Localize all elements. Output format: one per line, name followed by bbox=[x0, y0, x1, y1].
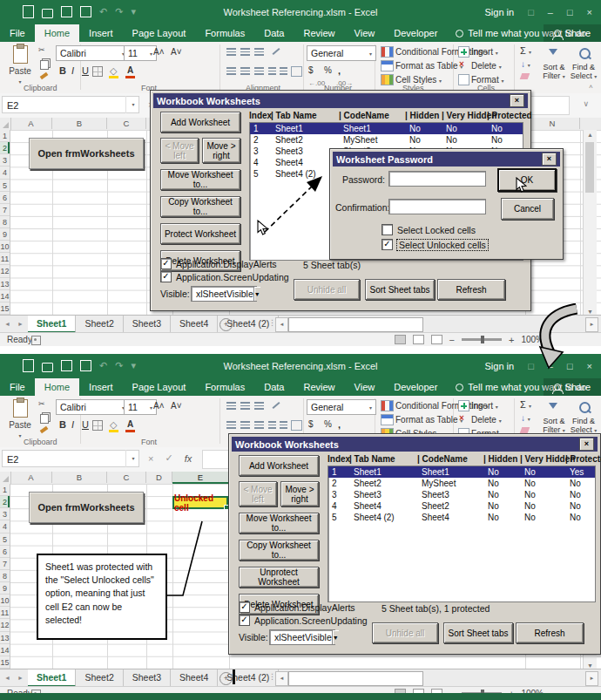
tab-view[interactable]: View bbox=[345, 24, 385, 42]
ok-button[interactable]: OK bbox=[497, 168, 557, 192]
dialog-title-bar[interactable]: Workbook Worksheets× bbox=[232, 437, 598, 452]
row-header[interactable]: 13 bbox=[0, 632, 10, 644]
column-header-a[interactable]: A bbox=[10, 472, 52, 483]
row-header[interactable]: 11 bbox=[0, 253, 10, 265]
refresh-button[interactable]: Refresh bbox=[437, 279, 505, 300]
expand-formula-bar-icon[interactable]: ∨ bbox=[583, 99, 589, 108]
vertical-scrollbar[interactable]: ▲ ▼ bbox=[583, 130, 597, 315]
name-box[interactable]: E2 bbox=[2, 450, 139, 467]
open-frmworksheets-button[interactable]: Open frmWorksheets bbox=[29, 138, 144, 169]
align-left-icon[interactable] bbox=[226, 67, 236, 75]
shrink-font-icon[interactable]: A˅ bbox=[171, 47, 182, 57]
row-header[interactable]: 15 bbox=[0, 656, 10, 669]
row-header[interactable]: 15 bbox=[0, 302, 10, 315]
autosum-icon[interactable]: Σ ▾ bbox=[520, 399, 531, 410]
dropdown-arrow-icon[interactable]: ▼ bbox=[253, 287, 260, 301]
italic-button[interactable]: I bbox=[71, 65, 74, 76]
add-worksheet-button[interactable]: Add Worksheet bbox=[160, 112, 240, 133]
percent-style-icon[interactable]: % bbox=[324, 419, 332, 429]
worksheet-list-row[interactable]: 5Sheet4 (2)Sheet4NoNoNo bbox=[328, 512, 595, 523]
bold-button[interactable]: B bbox=[59, 65, 66, 76]
zoom-out-icon[interactable]: − bbox=[449, 335, 455, 345]
copy-worksheet-to-button[interactable]: Copy Worksheet to... bbox=[239, 540, 319, 561]
name-box[interactable]: E2 bbox=[2, 96, 139, 113]
cut-icon[interactable]: ✂ bbox=[38, 399, 45, 408]
move-right-button[interactable]: Move > right bbox=[280, 481, 319, 506]
row-header[interactable]: 5 bbox=[0, 533, 10, 546]
comma-style-icon[interactable]: , bbox=[338, 419, 341, 430]
zoom-in-icon[interactable]: + bbox=[509, 335, 514, 345]
number-format-combo[interactable]: General▾ bbox=[307, 399, 376, 415]
move-left-button[interactable]: < Move left bbox=[160, 138, 199, 163]
sheet-tab-sheet1[interactable]: Sheet1 bbox=[28, 316, 76, 333]
collapse-ribbon-icon[interactable]: ˄ bbox=[589, 83, 593, 91]
align-middle-icon[interactable] bbox=[240, 402, 250, 410]
tab-data[interactable]: Data bbox=[254, 24, 294, 42]
copy-worksheet-to-button[interactable]: Copy Worksheet to... bbox=[160, 196, 240, 217]
find-select-button[interactable]: Find & Select ▾ bbox=[568, 417, 599, 435]
increase-indent-icon[interactable] bbox=[280, 67, 287, 75]
select-unlocked-cells-checkbox[interactable]: ✓Select Unlocked cells bbox=[382, 239, 488, 250]
column-header-n[interactable]: N bbox=[525, 118, 580, 129]
new-sheet-icon[interactable]: + bbox=[219, 318, 233, 331]
tab-page-layout[interactable]: Page Layout bbox=[123, 378, 196, 396]
autosum-icon[interactable]: Σ ▾ bbox=[520, 45, 531, 56]
row-header[interactable]: 10 bbox=[0, 241, 10, 253]
clear-icon[interactable] bbox=[520, 427, 530, 433]
paste-button[interactable]: Paste▾ bbox=[5, 399, 35, 441]
borders-icon[interactable] bbox=[92, 420, 103, 431]
restore-icon[interactable]: □ bbox=[567, 7, 573, 17]
zoom-slider-thumb[interactable] bbox=[481, 336, 484, 343]
new-sheet-icon[interactable]: + bbox=[219, 672, 233, 685]
tab-insert[interactable]: Insert bbox=[79, 378, 123, 396]
italic-button[interactable]: I bbox=[71, 419, 74, 430]
sort-filter-button[interactable]: Sort & Filter ▾ bbox=[538, 417, 570, 435]
row-header[interactable]: 4 bbox=[0, 520, 10, 533]
cut-icon[interactable]: ✂ bbox=[38, 45, 45, 54]
worksheet-list-row[interactable]: 2Sheet2MySheetNoNoNo bbox=[250, 134, 523, 146]
sheet-tab-sheet2[interactable]: Sheet2 bbox=[76, 669, 123, 687]
dialog-title-bar[interactable]: Workbook Worksheets× bbox=[153, 93, 528, 108]
worksheet-list-row[interactable]: 2Sheet2MySheetNoNoNo bbox=[328, 478, 595, 489]
bold-button[interactable]: B bbox=[59, 419, 66, 430]
horizontal-scroll-thumb[interactable] bbox=[288, 317, 423, 332]
font-size-combo[interactable]: 11▾ bbox=[124, 399, 157, 415]
sheet-tab-sheet3[interactable]: Sheet3 bbox=[124, 316, 171, 333]
tab-home[interactable]: Home bbox=[35, 24, 79, 42]
scroll-up-icon[interactable]: ▲ bbox=[584, 130, 597, 140]
worksheet-list-row[interactable]: 1Sheet1Sheet1NoNoYes bbox=[328, 466, 595, 478]
unhide-all-button[interactable]: Unhide all bbox=[372, 622, 438, 643]
underline-button[interactable]: U bbox=[82, 65, 89, 76]
row-header[interactable]: 7 bbox=[0, 558, 10, 570]
cancel-button[interactable]: Cancel bbox=[501, 198, 554, 220]
share-button[interactable]: Share bbox=[544, 378, 601, 396]
ribbon-options-icon[interactable]: □ bbox=[528, 7, 534, 17]
hscroll-right-icon[interactable]: ► bbox=[585, 671, 598, 686]
worksheet-list-row[interactable]: 3Sheet3Sheet3NoNoNo bbox=[328, 489, 595, 500]
tab-formulas[interactable]: Formulas bbox=[195, 378, 254, 396]
number-format-combo[interactable]: General▾ bbox=[307, 45, 376, 61]
row-header[interactable]: 2 bbox=[0, 496, 10, 508]
shrink-font-icon[interactable]: A˅ bbox=[171, 401, 182, 411]
delete-cells-button[interactable]: Delete ▾ bbox=[471, 61, 502, 71]
sheet-nav-arrows[interactable]: ◄► bbox=[4, 316, 30, 333]
increase-indent-icon[interactable] bbox=[280, 421, 287, 429]
page-break-view-icon[interactable] bbox=[431, 335, 442, 344]
screen-updating-checkbox[interactable]: ✓Application.ScreenUpdating bbox=[160, 271, 289, 282]
screen-updating-checkbox[interactable]: ✓Application.ScreenUpdating bbox=[239, 615, 368, 626]
confirm-entry-icon[interactable]: ✓ bbox=[165, 452, 172, 464]
accounting-format-icon[interactable]: $ bbox=[308, 65, 314, 75]
align-center-icon[interactable] bbox=[240, 67, 250, 75]
dialog-title-bar[interactable]: Worksheet Password× bbox=[333, 152, 560, 167]
row-header[interactable]: 8 bbox=[0, 216, 10, 228]
name-box-dropdown-icon[interactable]: ▾ bbox=[125, 450, 140, 467]
move-left-button[interactable]: < Move left bbox=[239, 481, 277, 506]
row-header[interactable]: 9 bbox=[0, 582, 10, 595]
selected-column-header-e[interactable]: E bbox=[172, 472, 229, 484]
protect-worksheet-button[interactable]: Protect Worksheet bbox=[160, 223, 240, 244]
tab-data[interactable]: Data bbox=[254, 378, 294, 396]
merge-center-icon[interactable] bbox=[291, 420, 302, 431]
row-header[interactable]: 2 bbox=[0, 142, 10, 154]
font-name-combo[interactable]: Calibri▾ bbox=[56, 399, 129, 415]
worksheet-list-row[interactable]: 1Sheet1Sheet1NoNoNo bbox=[250, 123, 523, 134]
